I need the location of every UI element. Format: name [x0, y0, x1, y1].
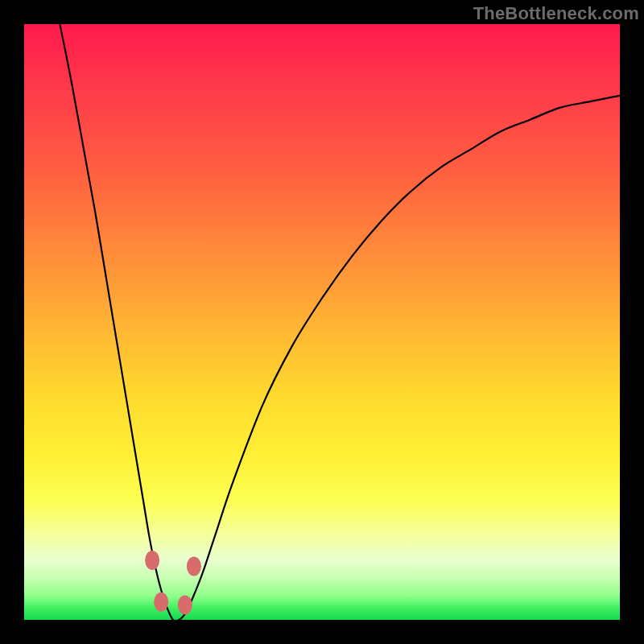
trough-dot-left-upper: [145, 551, 159, 570]
plot-area: [24, 24, 620, 620]
chart-frame: TheBottleneck.com: [0, 0, 644, 644]
trough-dots-group: [145, 551, 201, 615]
trough-dot-left-lower: [154, 592, 168, 612]
watermark-text: TheBottleneck.com: [473, 3, 639, 24]
curve-layer: [24, 24, 620, 620]
bottleneck-curve: [60, 24, 620, 620]
trough-dot-right-upper: [187, 556, 201, 576]
trough-dot-right-lower: [178, 596, 192, 615]
